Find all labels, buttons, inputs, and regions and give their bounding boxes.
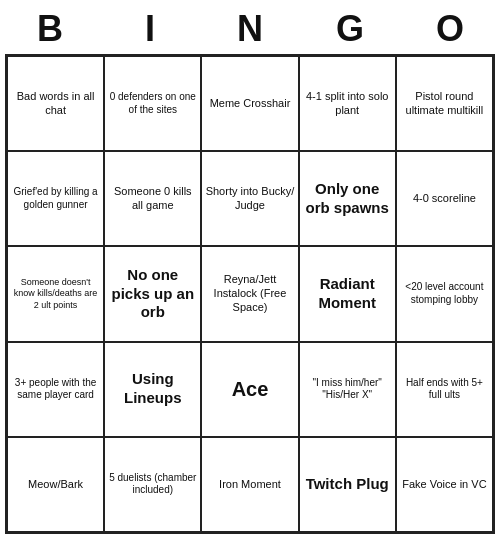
bingo-header: B I N G O xyxy=(0,0,500,54)
bingo-cell-24[interactable]: Fake Voice in VC xyxy=(396,437,493,532)
bingo-cell-7[interactable]: Shorty into Bucky/ Judge xyxy=(201,151,298,246)
bingo-cell-21[interactable]: 5 duelists (chamber included) xyxy=(104,437,201,532)
bingo-cell-3[interactable]: 4-1 split into solo plant xyxy=(299,56,396,151)
bingo-cell-8[interactable]: Only one orb spawns xyxy=(299,151,396,246)
bingo-cell-17[interactable]: Ace xyxy=(201,342,298,437)
bingo-cell-0[interactable]: Bad words in all chat xyxy=(7,56,104,151)
bingo-cell-11[interactable]: No one picks up an orb xyxy=(104,246,201,341)
bingo-cell-2[interactable]: Meme Crosshair xyxy=(201,56,298,151)
bingo-cell-16[interactable]: Using Lineups xyxy=(104,342,201,437)
letter-b: B xyxy=(5,8,95,50)
bingo-cell-19[interactable]: Half ends with 5+ full ults xyxy=(396,342,493,437)
letter-i: I xyxy=(105,8,195,50)
bingo-cell-12[interactable]: Reyna/Jett Instalock (Free Space) xyxy=(201,246,298,341)
bingo-cell-18[interactable]: "I miss him/her" "His/Her X" xyxy=(299,342,396,437)
bingo-cell-9[interactable]: 4-0 scoreline xyxy=(396,151,493,246)
letter-o: O xyxy=(405,8,495,50)
bingo-cell-4[interactable]: Pistol round ultimate multikill xyxy=(396,56,493,151)
bingo-cell-10[interactable]: Someone doesn't know kills/deaths are 2 … xyxy=(7,246,104,341)
bingo-cell-20[interactable]: Meow/Bark xyxy=(7,437,104,532)
bingo-cell-1[interactable]: 0 defenders on one of the sites xyxy=(104,56,201,151)
bingo-cell-15[interactable]: 3+ people with the same player card xyxy=(7,342,104,437)
bingo-cell-6[interactable]: Someone 0 kills all game xyxy=(104,151,201,246)
bingo-cell-13[interactable]: Radiant Moment xyxy=(299,246,396,341)
bingo-grid: Bad words in all chat0 defenders on one … xyxy=(5,54,495,534)
bingo-cell-23[interactable]: Twitch Plug xyxy=(299,437,396,532)
bingo-cell-22[interactable]: Iron Moment xyxy=(201,437,298,532)
bingo-cell-5[interactable]: Grief'ed by killing a golden gunner xyxy=(7,151,104,246)
letter-n: N xyxy=(205,8,295,50)
letter-g: G xyxy=(305,8,395,50)
bingo-cell-14[interactable]: <20 level account stomping lobby xyxy=(396,246,493,341)
